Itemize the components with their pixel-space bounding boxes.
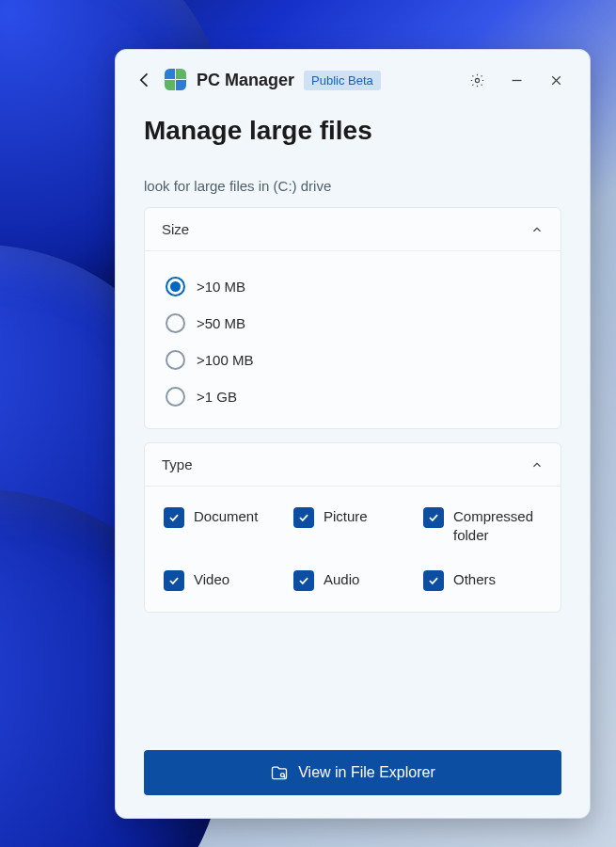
checkbox-label: Others — [453, 570, 496, 589]
type-panel-header[interactable]: Type — [145, 443, 561, 487]
type-panel-label: Type — [162, 456, 193, 472]
checkbox-icon — [423, 507, 444, 528]
type-option-audio[interactable]: Audio — [293, 570, 412, 591]
close-button[interactable] — [541, 65, 571, 95]
pc-manager-window: PC Manager Public Beta Manage large file… — [115, 49, 591, 819]
app-logo-icon — [165, 69, 187, 91]
checkbox-label: Audio — [324, 570, 359, 589]
svg-line-5 — [284, 776, 286, 778]
chevron-up-icon — [530, 223, 544, 236]
radio-label: >100 MB — [197, 352, 253, 368]
folder-search-icon — [270, 763, 289, 782]
radio-icon — [166, 350, 185, 370]
type-option-video[interactable]: Video — [164, 570, 282, 591]
type-option-picture[interactable]: Picture — [293, 507, 412, 544]
checkbox-label: Picture — [324, 507, 368, 526]
chevron-up-icon — [530, 458, 544, 471]
radio-icon — [166, 313, 185, 333]
action-label: View in File Explorer — [298, 764, 435, 781]
checkbox-icon — [293, 507, 314, 528]
size-panel-label: Size — [162, 221, 189, 237]
view-in-explorer-button[interactable]: View in File Explorer — [144, 750, 561, 795]
checkbox-icon — [293, 570, 314, 591]
radio-icon — [166, 277, 185, 296]
checkbox-icon — [164, 507, 184, 528]
titlebar: PC Manager Public Beta — [116, 50, 590, 104]
app-title: PC Manager — [197, 71, 294, 90]
checkbox-label: Document — [194, 507, 258, 526]
size-panel-header[interactable]: Size — [145, 208, 561, 251]
back-button[interactable] — [134, 70, 155, 90]
beta-badge: Public Beta — [304, 71, 381, 90]
settings-button[interactable] — [462, 65, 492, 95]
minimize-button[interactable] — [501, 65, 531, 95]
checkbox-icon — [164, 570, 184, 591]
checkbox-icon — [423, 570, 444, 591]
radio-icon — [166, 387, 185, 407]
type-option-document[interactable]: Document — [164, 507, 282, 544]
size-panel: Size >10 MB >50 MB >100 MB >1 — [144, 207, 561, 429]
size-option-50mb[interactable]: >50 MB — [162, 305, 544, 342]
size-option-100mb[interactable]: >100 MB — [162, 342, 544, 378]
type-option-compressed[interactable]: Compressed folder — [423, 507, 542, 544]
radio-label: >1 GB — [197, 389, 237, 405]
radio-label: >10 MB — [197, 279, 245, 295]
radio-label: >50 MB — [197, 315, 245, 331]
page-subtitle: look for large files in (C:) drive — [144, 178, 561, 194]
checkbox-label: Video — [194, 570, 229, 589]
page-title: Manage large files — [144, 116, 561, 146]
checkbox-label: Compressed folder — [453, 507, 542, 544]
svg-point-0 — [475, 78, 479, 82]
size-option-1gb[interactable]: >1 GB — [162, 378, 544, 415]
type-option-others[interactable]: Others — [423, 570, 542, 591]
size-option-10mb[interactable]: >10 MB — [162, 268, 544, 305]
svg-point-4 — [281, 774, 285, 777]
type-panel: Type Document Picture Compressed folde — [144, 442, 561, 613]
